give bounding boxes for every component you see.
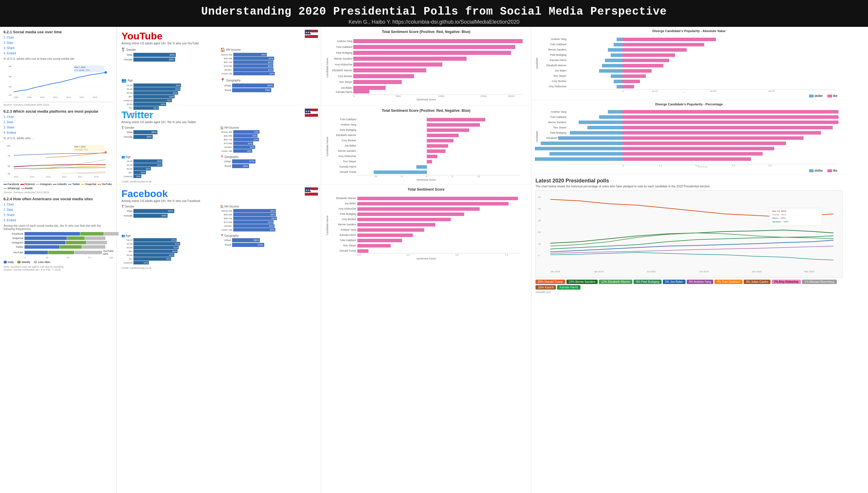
svg-text:Tulsi Gabbard: Tulsi Gabbard: [336, 45, 353, 48]
svg-rect-193: [588, 126, 622, 129]
svg-rect-130: [357, 234, 413, 237]
svg-text:YouTube: 73%: YouTube: 73%: [75, 149, 88, 151]
svg-text:★★: ★★: [305, 34, 310, 36]
svg-text:candidate: candidate: [535, 131, 538, 142]
svg-text:Candidate Name: Candidate Name: [326, 58, 329, 78]
popularity-pct-card: Diverge Candidate's Popularity - Percent…: [531, 100, 847, 175]
link-share-2[interactable]: 3. Share: [3, 125, 113, 130]
svg-rect-160: [602, 64, 622, 67]
svg-rect-196: [622, 131, 821, 134]
svg-rect-164: [611, 74, 622, 78]
svg-point-15: [105, 71, 107, 73]
svg-text:50: 50: [7, 165, 10, 168]
popularity-column: Diverge Candidate's Popularity - Absolut…: [531, 27, 847, 493]
svg-text:Feb 7, 2019: Feb 7, 2019: [75, 146, 85, 148]
link-chart-2[interactable]: 1. Chart: [3, 114, 113, 120]
pop-pct-title: Diverge Candidate's Popularity - Percent…: [535, 103, 843, 106]
link-data-2[interactable]: 2. Data: [3, 120, 113, 125]
svg-text:25: 25: [7, 172, 10, 175]
svg-rect-161: [622, 64, 663, 67]
popularity-abs-svg: Andrew Yang Tulsi Gabbard Bernie Sanders…: [535, 34, 839, 92]
svg-rect-153: [622, 43, 704, 46]
svg-text:Elizabeth Warren: Elizabeth Warren: [546, 64, 566, 67]
svg-text:7.5: 7.5: [505, 254, 508, 256]
youtube-geography-label: Geography: [226, 79, 240, 82]
svg-rect-95: [427, 123, 480, 127]
svg-rect-126: [357, 213, 464, 216]
svg-text:100: 100: [6, 145, 10, 147]
svg-text:Cory Booker: Cory Booker: [338, 75, 353, 78]
svg-text:Bernie Sanders: Bernie Sanders: [338, 223, 357, 226]
facebook-less-bar: [104, 232, 119, 236]
facebook-weekly-bar: [80, 232, 104, 236]
sentiment-chart-1: Total Sentiment Score (Positive: Red, Ne…: [321, 27, 531, 106]
svg-text:50: 50: [538, 196, 541, 198]
svg-text:20000: 20000: [508, 95, 515, 97]
svg-text:Joe Biden: Joe Biden: [555, 69, 566, 72]
legend-platforms: Facebook Pinterest Instagram LinkedIn Tw…: [3, 183, 113, 190]
svg-rect-128: [357, 223, 435, 227]
svg-rect-162: [599, 69, 622, 73]
popularity-pct-svg: Andrew Yang Tulsi Gabbard Bernie Sanders…: [535, 107, 839, 167]
link-embed-2[interactable]: 4. Embed: [3, 130, 113, 135]
svg-rect-104: [374, 170, 427, 174]
svg-text:Feb 7, 2019: Feb 7, 2019: [75, 66, 85, 68]
youtube-title: YouTube: [122, 30, 316, 42]
svg-rect-99: [427, 144, 448, 148]
svg-text:U.S. adults: 72%: U.S. adults: 72%: [75, 69, 90, 71]
facebook-subtitle: Among online US adults aged 18+, the % w…: [122, 199, 316, 202]
facebook-card: ★★★ ★★ Facebook Among online US adults a…: [117, 185, 321, 263]
svg-text:2013: 2013: [14, 176, 18, 178]
svg-text:Oct 2019: Oct 2019: [699, 270, 709, 273]
svg-text:Tom Steyer: Tom Steyer: [343, 244, 356, 247]
svg-text:2017: 2017: [78, 176, 83, 178]
svg-rect-66: [353, 45, 515, 49]
svg-rect-158: [605, 59, 622, 62]
facebook-geography-label: Geography: [224, 234, 238, 237]
facebook-title: Facebook: [122, 188, 316, 199]
link-share[interactable]: 3. Share: [3, 45, 113, 51]
chart-label-1: % of U.S. adults who use at least one so…: [3, 57, 113, 60]
svg-text:2014: 2014: [66, 96, 71, 99]
svg-text:Apr 2019: Apr 2019: [594, 270, 604, 273]
section-id: 6.2.1: [3, 30, 13, 34]
svg-text:-5: -5: [400, 175, 403, 177]
section3-links: 1. Chart 2. Data 3. Share 4. Embed: [3, 202, 113, 223]
svg-text:★★: ★★: [305, 112, 310, 115]
svg-text:2006: 2006: [14, 96, 18, 99]
svg-text:2016: 2016: [79, 96, 84, 99]
flag-icon-youtube: ★★★ ★★: [305, 30, 318, 38]
svg-text:Sanders: ~15%: Sanders: ~15%: [772, 220, 788, 223]
svg-text:2015: 2015: [46, 176, 50, 178]
svg-rect-74: [353, 90, 369, 93]
svg-rect-205: [535, 157, 622, 161]
svg-text:Tulsi Gabbard: Tulsi Gabbard: [340, 239, 356, 242]
svg-text:75: 75: [7, 155, 10, 157]
main-content: 6.2.1 Social media use over time 1. Char…: [0, 27, 868, 493]
svg-rect-151: [622, 38, 716, 41]
link-data[interactable]: 2. Data: [3, 40, 113, 45]
polls-legend: 20% Donald Trump 10% Bernie Sanders 12% …: [535, 280, 843, 290]
svg-text:Amy Klobuchar: Amy Klobuchar: [338, 155, 356, 158]
link-embed[interactable]: 4. Embed: [3, 51, 113, 56]
svg-text:5000: 5000: [396, 95, 401, 97]
sentiment-title-2: Total Sentiment Score (Positive: Red, Ne…: [325, 109, 528, 113]
svg-text:20: 20: [538, 231, 541, 234]
svg-rect-124: [357, 202, 509, 206]
svg-rect-169: [622, 85, 634, 88]
svg-text:2008: 2008: [27, 96, 31, 99]
svg-text:0.6: 0.6: [732, 164, 736, 167]
svg-rect-166: [614, 80, 622, 83]
svg-rect-189: [599, 115, 622, 119]
svg-text:Bernie Sanders: Bernie Sanders: [548, 48, 567, 51]
svg-text:0: 0: [426, 175, 427, 177]
polls-title: Latest 2020 Presidential polls: [535, 178, 843, 184]
svg-rect-202: [622, 147, 774, 150]
sentiment-chart-3: Total Sentiment Score Elizabeth Warren J…: [321, 185, 531, 263]
svg-text:40: 40: [9, 86, 12, 88]
link-chart[interactable]: 1. Chart: [3, 35, 113, 40]
svg-text:Tulsi Gabbard: Tulsi Gabbard: [550, 115, 566, 119]
svg-text:Biden: ~25%: Biden: ~25%: [772, 217, 786, 219]
svg-text:Tom Steyer: Tom Steyer: [343, 160, 356, 163]
svg-rect-201: [535, 147, 622, 150]
